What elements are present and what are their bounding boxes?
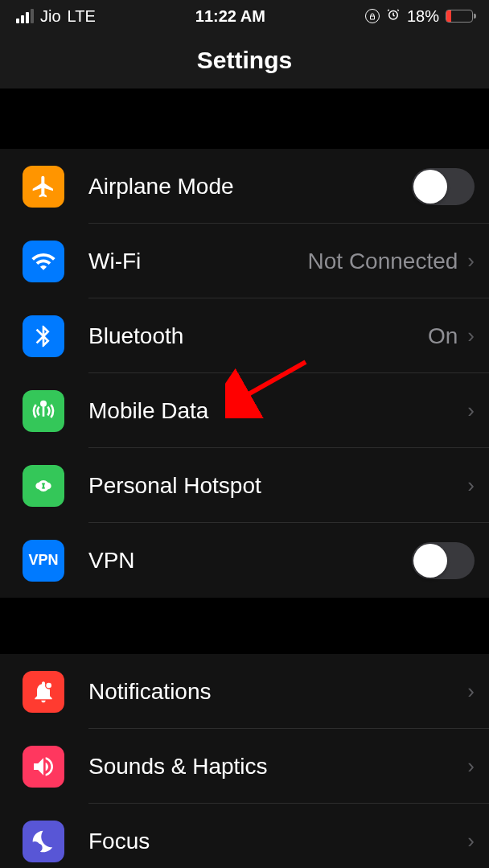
bluetooth-icon <box>23 315 64 357</box>
airplane-icon <box>23 166 64 208</box>
chevron-right-icon: › <box>467 398 475 423</box>
svg-point-1 <box>37 483 41 487</box>
row-value: On <box>428 323 458 349</box>
status-bar: Jio LTE 11:22 AM 18% <box>0 0 489 32</box>
settings-row-bluetooth[interactable]: Bluetooth On › <box>0 298 489 373</box>
chevron-right-icon: › <box>467 473 475 498</box>
chevron-right-icon: › <box>467 829 475 854</box>
settings-group-connectivity: Airplane Mode Wi-Fi Not Connected › Blue… <box>0 149 489 598</box>
hotspot-icon <box>23 465 64 507</box>
settings-row-mobile-data[interactable]: Mobile Data › <box>0 373 489 448</box>
status-time: 11:22 AM <box>195 7 265 26</box>
vpn-icon: VPN <box>23 540 64 582</box>
chevron-right-icon: › <box>467 323 475 348</box>
row-label: Notifications <box>88 679 467 705</box>
settings-row-hotspot[interactable]: Personal Hotspot › <box>0 448 489 523</box>
battery-percent: 18% <box>407 7 439 26</box>
row-label: Personal Hotspot <box>88 473 467 499</box>
signal-bars-icon <box>16 9 34 23</box>
row-label: Bluetooth <box>88 323 428 349</box>
settings-row-wifi[interactable]: Wi-Fi Not Connected › <box>0 224 489 298</box>
alarm-icon <box>386 7 401 26</box>
chevron-right-icon: › <box>467 679 475 704</box>
row-label: Mobile Data <box>88 398 467 424</box>
notifications-icon <box>23 671 64 713</box>
row-label: VPN <box>88 548 412 574</box>
airplane-toggle[interactable] <box>412 168 475 205</box>
settings-row-vpn[interactable]: VPN VPN <box>0 523 489 598</box>
row-label: Sounds & Haptics <box>88 754 467 780</box>
chevron-right-icon: › <box>467 249 475 274</box>
page-title: Settings <box>0 32 489 88</box>
row-label: Focus <box>88 829 467 854</box>
settings-row-airplane[interactable]: Airplane Mode <box>0 149 489 224</box>
row-label: Airplane Mode <box>88 174 412 200</box>
network-type-label: LTE <box>68 7 96 26</box>
battery-icon <box>446 10 473 23</box>
sounds-icon <box>23 746 64 788</box>
settings-group-alerts: Notifications › Sounds & Haptics › Focus… <box>0 654 489 868</box>
settings-row-notifications[interactable]: Notifications › <box>0 654 489 729</box>
svg-point-2 <box>46 483 50 487</box>
vpn-toggle[interactable] <box>412 542 475 579</box>
wifi-icon <box>23 241 64 282</box>
row-value: Not Connected <box>308 249 458 274</box>
chevron-right-icon: › <box>467 754 475 779</box>
rotation-lock-icon <box>365 9 380 23</box>
row-label: Wi-Fi <box>88 249 308 274</box>
focus-icon <box>23 821 64 862</box>
settings-row-sounds[interactable]: Sounds & Haptics › <box>0 729 489 804</box>
settings-row-focus[interactable]: Focus › <box>0 804 489 868</box>
mobile-data-icon <box>23 390 64 432</box>
svg-point-3 <box>46 682 52 689</box>
carrier-label: Jio <box>40 7 61 26</box>
